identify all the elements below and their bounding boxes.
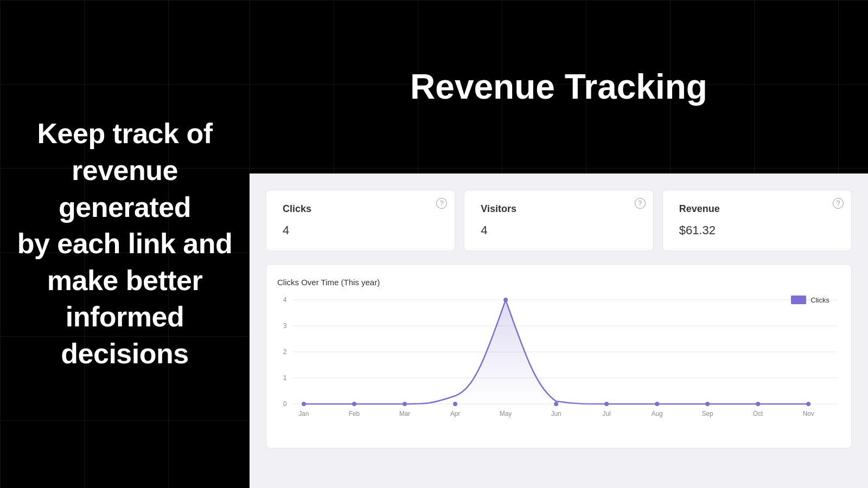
- svg-text:Feb: Feb: [349, 410, 360, 418]
- revenue-label: Revenue: [679, 203, 835, 215]
- text-line-4: make better: [16, 262, 233, 299]
- right-panel: Revenue Tracking ? Clicks 4 ? Visitors 4…: [250, 0, 868, 488]
- svg-text:2: 2: [283, 348, 287, 356]
- visitors-label: Visitors: [481, 203, 636, 215]
- visitors-value: 4: [481, 223, 636, 237]
- svg-text:Aug: Aug: [652, 410, 663, 418]
- revenue-card: ? Revenue $61.32: [662, 190, 852, 251]
- text-line-2: revenue generated: [16, 152, 233, 226]
- svg-text:3: 3: [283, 322, 287, 330]
- text-line-5: informed decisions: [16, 299, 233, 372]
- revenue-value: $61.32: [679, 223, 835, 237]
- svg-text:Nov: Nov: [803, 410, 814, 418]
- text-line-3: by each link and: [16, 226, 233, 262]
- chart-svg: 4 3 2 1 0 Jan Feb Mar Apr: [277, 296, 840, 426]
- dashboard-section: ? Clicks 4 ? Visitors 4 ? Revenue $61.32…: [250, 174, 868, 488]
- svg-text:Jun: Jun: [551, 410, 561, 418]
- stats-row: ? Clicks 4 ? Visitors 4 ? Revenue $61.32: [266, 190, 852, 251]
- clicks-value: 4: [283, 223, 438, 237]
- left-panel: Keep track of revenue generated by each …: [0, 0, 250, 488]
- visitors-card: ? Visitors 4: [464, 190, 653, 251]
- svg-text:May: May: [500, 410, 512, 418]
- svg-text:4: 4: [283, 296, 287, 304]
- svg-text:Jan: Jan: [299, 410, 309, 418]
- legend-label-clicks: Clicks: [810, 296, 829, 304]
- svg-text:Apr: Apr: [450, 410, 460, 418]
- legend-color-clicks: [791, 296, 806, 304]
- chart-title: Clicks Over Time (This year): [277, 278, 840, 287]
- left-text-block: Keep track of revenue generated by each …: [16, 115, 233, 372]
- text-line-1: Keep track of: [16, 115, 233, 152]
- svg-text:Jul: Jul: [603, 410, 611, 418]
- svg-text:Oct: Oct: [753, 410, 763, 418]
- clicks-label: Clicks: [283, 203, 438, 215]
- svg-text:1: 1: [283, 374, 287, 382]
- visitors-help-icon[interactable]: ?: [635, 198, 646, 209]
- clicks-help-icon[interactable]: ?: [436, 198, 447, 209]
- svg-text:0: 0: [283, 400, 287, 408]
- svg-text:Mar: Mar: [399, 410, 410, 418]
- chart-card: Clicks Over Time (This year) Clicks 4 3 …: [266, 264, 852, 448]
- clicks-card: ? Clicks 4: [266, 190, 455, 251]
- chart-legend: Clicks: [791, 296, 829, 304]
- page-title: Revenue Tracking: [410, 67, 707, 107]
- top-section: Revenue Tracking: [250, 0, 868, 174]
- chart-area: Clicks 4 3 2 1 0: [277, 296, 840, 436]
- svg-text:Sep: Sep: [702, 410, 713, 418]
- revenue-help-icon[interactable]: ?: [833, 198, 844, 209]
